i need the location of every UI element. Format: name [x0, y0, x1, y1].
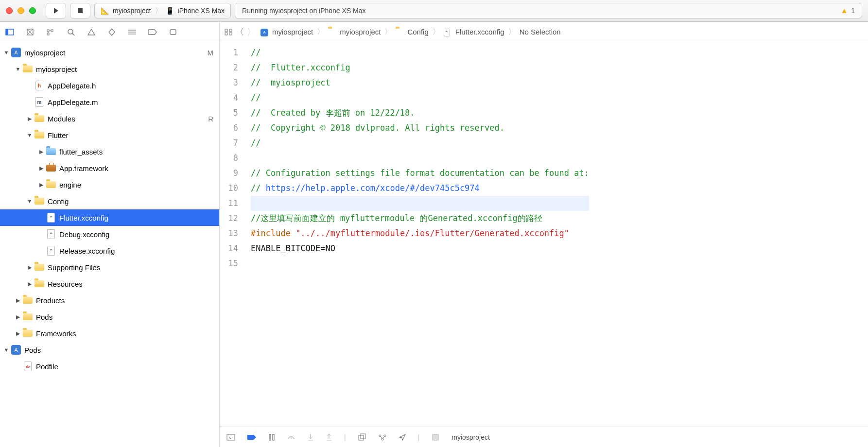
disclosure-triangle-icon[interactable]: ▼	[3, 347, 10, 353]
svg-rect-23	[273, 434, 274, 440]
run-button[interactable]	[46, 3, 66, 18]
tree-row[interactable]: ▶ModulesR	[0, 110, 219, 127]
svg-rect-2	[6, 29, 8, 35]
disclosure-triangle-icon[interactable]: ▶	[15, 330, 21, 337]
tree-row[interactable]: ▶App.framework	[0, 160, 219, 176]
breadcrumb-label: No Selection	[520, 28, 561, 36]
window-controls	[6, 7, 36, 14]
tree-item-label: Resources	[48, 280, 83, 288]
test-navigator-icon[interactable]	[107, 28, 117, 36]
pause-icon[interactable]	[268, 434, 275, 441]
debug-memory-graph-icon[interactable]	[378, 434, 387, 441]
forward-button[interactable]: 〉	[247, 26, 256, 38]
tree-row[interactable]: ▼AmyiosprojectM	[0, 44, 219, 61]
disclosure-triangle-icon[interactable]: ▶	[26, 264, 33, 271]
tree-row[interactable]: mAppDelegate.m	[0, 94, 219, 110]
tree-row[interactable]: ▼APods	[0, 342, 219, 358]
file-tree[interactable]: ▼AmyiosprojectM▼myiosprojecthAppDelegate…	[0, 42, 219, 447]
breadcrumb-segment[interactable]: Config	[396, 28, 428, 36]
step-over-icon[interactable]	[287, 434, 295, 441]
svg-point-11	[68, 29, 73, 34]
issue-navigator-icon[interactable]	[87, 29, 96, 35]
source-control-navigator-icon[interactable]	[25, 28, 35, 36]
breadcrumb-segment[interactable]: No Selection	[520, 28, 561, 36]
svg-line-35	[383, 436, 384, 439]
tree-row[interactable]: rbPodfile	[0, 358, 219, 375]
code-editor[interactable]: 123456789101112131415 //// Flutter.xccon…	[220, 42, 868, 427]
tree-row[interactable]: ▼Config	[0, 193, 219, 209]
tree-row[interactable]: ⌃Release.xcconfig	[0, 242, 219, 259]
tree-row[interactable]: ▶Resources	[0, 275, 219, 292]
warning-count: 1	[851, 7, 855, 15]
tree-row[interactable]: ▶flutter_assets	[0, 143, 219, 160]
project-navigator-icon[interactable]	[5, 29, 15, 35]
disclosure-triangle-icon[interactable]: ▼	[3, 50, 10, 55]
disclosure-triangle-icon[interactable]: ▶	[38, 165, 45, 172]
tree-item-label: Frameworks	[36, 329, 76, 338]
disclosure-triangle-icon[interactable]: ▼	[26, 198, 33, 204]
tree-item-label: Products	[36, 296, 65, 305]
back-button[interactable]: 〈	[235, 26, 244, 38]
disclosure-triangle-icon[interactable]: ▶	[26, 116, 33, 122]
app-icon: 📐	[101, 7, 109, 15]
tree-row[interactable]: ▼Flutter	[0, 127, 219, 143]
tree-row[interactable]: ▶Products	[0, 292, 219, 309]
tree-row[interactable]: hAppDelegate.h	[0, 77, 219, 94]
breakpoint-toggle-icon[interactable]	[247, 434, 257, 440]
svg-rect-0	[78, 8, 83, 13]
tree-row[interactable]: ⌃Debug.xcconfig	[0, 226, 219, 242]
svg-rect-18	[229, 29, 232, 32]
debug-navigator-icon[interactable]	[127, 29, 137, 35]
scheme-selector[interactable]: 📐 myiosproject 〉 📱 iPhone XS Max	[94, 3, 231, 18]
debug-view-hierarchy-icon[interactable]	[358, 433, 366, 441]
tree-item-label: Modules	[48, 115, 75, 123]
stop-button[interactable]	[70, 3, 90, 18]
issues-indicator[interactable]: ▲ 1	[840, 6, 855, 15]
simulate-location-icon[interactable]	[399, 433, 406, 441]
close-window-button[interactable]	[6, 7, 13, 14]
tree-row[interactable]: ▼myiosproject	[0, 61, 219, 77]
process-icon	[431, 433, 440, 442]
report-navigator-icon[interactable]	[168, 29, 178, 35]
breadcrumb[interactable]: Amyiosproject〉myiosproject〉Config〉⌃Flutt…	[260, 27, 561, 36]
tree-row[interactable]: ⌃Flutter.xcconfig	[0, 209, 219, 226]
status-bar[interactable]: Running myiosproject on iPhone XS Max ▲ …	[235, 3, 862, 18]
status-tag: R	[208, 115, 213, 123]
toggle-debug-area-icon[interactable]	[226, 434, 235, 441]
tree-row[interactable]: ▶Supporting Files	[0, 259, 219, 275]
zoom-window-button[interactable]	[29, 7, 36, 14]
disclosure-triangle-icon[interactable]: ▶	[38, 182, 45, 188]
disclosure-triangle-icon[interactable]: ▶	[15, 297, 21, 304]
disclosure-triangle-icon[interactable]: ▼	[26, 132, 33, 138]
breadcrumb-segment[interactable]: Amyiosproject	[260, 28, 313, 36]
disclosure-triangle-icon[interactable]: ▶	[15, 314, 21, 320]
breadcrumb-segment[interactable]: myiosproject	[328, 28, 381, 36]
related-items-icon[interactable]	[225, 29, 232, 35]
tree-item-label: Flutter.xcconfig	[59, 214, 108, 222]
symbol-navigator-icon[interactable]	[46, 29, 55, 35]
tree-item-label: App.framework	[59, 164, 108, 172]
tree-item-label: Pods	[36, 313, 52, 321]
tree-row[interactable]: ▶engine	[0, 176, 219, 193]
chevron-right-icon: 〉	[384, 27, 392, 36]
svg-rect-17	[225, 29, 227, 32]
tree-row[interactable]: ▶Frameworks	[0, 325, 219, 342]
breakpoint-navigator-icon[interactable]	[148, 29, 157, 35]
tree-item-label: engine	[59, 181, 81, 189]
disclosure-triangle-icon[interactable]: ▼	[15, 66, 21, 72]
code-content[interactable]: //// Flutter.xcconfig// myiosproject////…	[245, 42, 589, 427]
disclosure-triangle-icon[interactable]: ▶	[26, 281, 33, 287]
chevron-right-icon: 〉	[317, 27, 324, 36]
disclosure-triangle-icon[interactable]: ▶	[38, 149, 45, 155]
tree-row[interactable]: ▶Pods	[0, 309, 219, 325]
svg-line-12	[72, 34, 74, 35]
process-label[interactable]: myiosproject	[451, 433, 490, 441]
step-into-icon[interactable]	[307, 433, 314, 441]
step-out-icon[interactable]	[326, 433, 332, 441]
minimize-window-button[interactable]	[17, 7, 24, 14]
find-navigator-icon[interactable]	[66, 28, 76, 36]
chevron-right-icon: 〉	[508, 27, 516, 36]
tree-item-label: flutter_assets	[59, 148, 103, 156]
breadcrumb-segment[interactable]: ⌃Flutter.xcconfig	[444, 28, 504, 36]
tree-item-label: Flutter	[48, 131, 69, 139]
